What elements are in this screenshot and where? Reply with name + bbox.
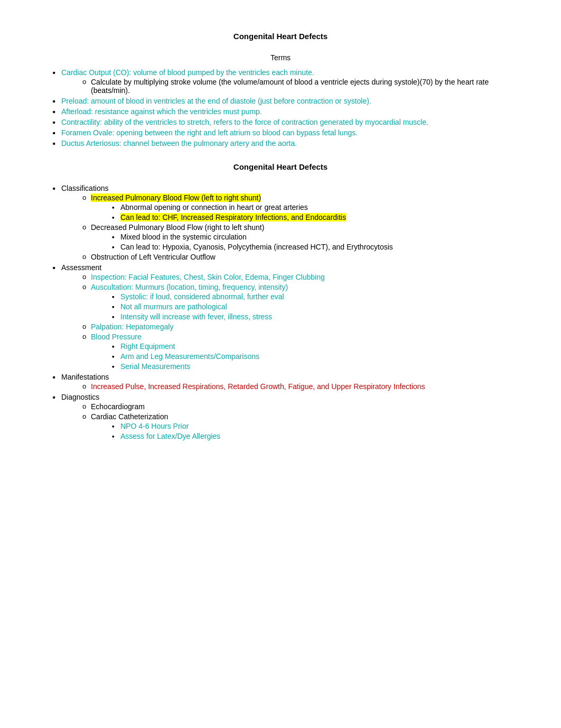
assessment-4: Blood Pressure Right Equipment Arm and L… (82, 333, 519, 371)
assess2-sub2: Not all murmurs are pathological (112, 302, 519, 311)
term-sub-text-1-1: Calculate by multiplying stroke volume (… (91, 78, 489, 95)
class2-sub1-text: Mixed blood in the systemic circulation (120, 233, 247, 241)
class2-sub1: Mixed blood in the systemic circulation (112, 233, 519, 241)
class1-sub1-text: Abnormal opening or connection in heart … (120, 203, 308, 211)
classification-3: Obstruction of Left Ventricular Outflow (82, 253, 519, 261)
assess2-sub2-text: Not all murmurs are pathological (120, 302, 227, 311)
assess4-sub2: Arm and Leg Measurements/Comparisons (112, 352, 519, 361)
diagnostic-2: Cardiac Catheterization NPO 4-6 Hours Pr… (82, 412, 519, 440)
term-item-6: Ductus Arteriosus: channel between the p… (53, 139, 519, 148)
assessment-label: Assessment (61, 263, 101, 272)
assessment-2-label: Auscultation: Murmurs (location, timing,… (91, 283, 288, 291)
diagnostics-list: Echocardiogram Cardiac Catheterization N… (61, 402, 519, 440)
class2-sub2-text: Can lead to: Hypoxia, Cyanosis, Polycyth… (120, 243, 393, 251)
classification-1-label: Increased Pulmonary Blood Flow (left to … (91, 193, 261, 202)
manifestations-item: Manifestations Increased Pulse, Increase… (53, 373, 519, 391)
classifications-label: Classifications (61, 184, 108, 192)
assessment-list: Inspection: Facial Features, Chest, Skin… (61, 273, 519, 371)
assess2-sub3-text: Intensity will increase with fever, illn… (120, 312, 272, 321)
diag2-sub2: Assess for Latex/Dye Allergies (112, 432, 519, 440)
assess2-sub1: Systolic: if loud, considered abnormal, … (112, 292, 519, 301)
assessment-4-subs: Right Equipment Arm and Leg Measurements… (91, 342, 519, 371)
term-text-2: Preload: amount of blood in ventricles a… (61, 97, 371, 105)
assessment-3-label: Palpation: Hepatomegaly (91, 322, 173, 331)
assessment-1: Inspection: Facial Features, Chest, Skin… (82, 273, 519, 281)
term-text-1: Cardiac Output (CO): volume of blood pum… (61, 68, 314, 77)
section2-title: Congenital Heart Defects (42, 162, 519, 171)
diag2-sub1: NPO 4-6 Hours Prior (112, 422, 519, 430)
classification-2: Decreased Pulmonary Blood Flow (right to… (82, 223, 519, 251)
manifestations-label: Manifestations (61, 373, 109, 381)
classification-2-subs: Mixed blood in the systemic circulation … (91, 233, 519, 251)
classifications-item: Classifications Increased Pulmonary Bloo… (53, 184, 519, 261)
assess4-sub2-text: Arm and Leg Measurements/Comparisons (120, 352, 259, 361)
manifestations-list: Increased Pulse, Increased Respirations,… (61, 382, 519, 391)
classification-2-label: Decreased Pulmonary Blood Flow (right to… (91, 223, 264, 232)
diagnostic-2-subs: NPO 4-6 Hours Prior Assess for Latex/Dye… (91, 422, 519, 440)
diag2-sub2-text: Assess for Latex/Dye Allergies (120, 432, 220, 440)
manifestation-1: Increased Pulse, Increased Respirations,… (82, 382, 519, 391)
assess4-sub1-text: Right Equipment (120, 342, 175, 351)
term-text-3: Afterload: resistance against which the … (61, 107, 262, 116)
classification-1-subs: Abnormal opening or connection in heart … (91, 203, 519, 222)
assess4-sub1: Right Equipment (112, 342, 519, 351)
diagnostic-2-label: Cardiac Catheterization (91, 412, 168, 421)
page-main-title: Congenital Heart Defects (42, 32, 519, 41)
diagnostic-1: Echocardiogram (82, 402, 519, 411)
terms-list: Cardiac Output (CO): volume of blood pum… (42, 68, 519, 148)
main-list: Classifications Increased Pulmonary Bloo… (42, 184, 519, 440)
class1-sub2: Can lead to: CHF, Increased Respiratory … (112, 213, 519, 222)
assess2-sub3: Intensity will increase with fever, illn… (112, 312, 519, 321)
term-text-5: Foramen Ovale: opening between the right… (61, 128, 358, 137)
diagnostics-item: Diagnostics Echocardiogram Cardiac Cathe… (53, 393, 519, 440)
term-sub-item-1-1: Calculate by multiplying stroke volume (… (82, 78, 519, 95)
assess4-sub3-text: Serial Measurements (120, 362, 190, 371)
term-item-4: Contractility: ability of the ventricles… (53, 118, 519, 126)
term-item-1: Cardiac Output (CO): volume of blood pum… (53, 68, 519, 95)
term-item-5: Foramen Ovale: opening between the right… (53, 128, 519, 137)
classifications-list: Increased Pulmonary Blood Flow (left to … (61, 193, 519, 261)
section1-title: Terms (42, 53, 519, 62)
assess4-sub3: Serial Measurements (112, 362, 519, 371)
term-text-4: Contractility: ability of the ventricles… (61, 118, 428, 126)
class1-sub2-text: Can lead to: CHF, Increased Respiratory … (120, 213, 346, 222)
term-text-6: Ductus Arteriosus: channel between the p… (61, 139, 297, 148)
term-item-2: Preload: amount of blood in ventricles a… (53, 97, 519, 105)
classification-3-label: Obstruction of Left Ventricular Outflow (91, 253, 216, 261)
term-sub-list-1: Calculate by multiplying stroke volume (… (61, 78, 519, 95)
assessment-2: Auscultation: Murmurs (location, timing,… (82, 283, 519, 321)
diagnostics-label: Diagnostics (61, 393, 99, 401)
assessment-4-label: Blood Pressure (91, 333, 142, 341)
term-item-3: Afterload: resistance against which the … (53, 107, 519, 116)
class1-sub1: Abnormal opening or connection in heart … (112, 203, 519, 211)
assessment-1-label: Inspection: Facial Features, Chest, Skin… (91, 273, 325, 281)
assessment-3: Palpation: Hepatomegaly (82, 322, 519, 331)
class2-sub2: Can lead to: Hypoxia, Cyanosis, Polycyth… (112, 243, 519, 251)
assessment-item: Assessment Inspection: Facial Features, … (53, 263, 519, 371)
assess2-sub1-text: Systolic: if loud, considered abnormal, … (120, 292, 284, 301)
diagnostic-1-label: Echocardiogram (91, 402, 145, 411)
manifestation-1-label: Increased Pulse, Increased Respirations,… (91, 382, 425, 391)
assessment-2-subs: Systolic: if loud, considered abnormal, … (91, 292, 519, 321)
classification-1: Increased Pulmonary Blood Flow (left to … (82, 193, 519, 222)
diag2-sub1-text: NPO 4-6 Hours Prior (120, 422, 189, 430)
